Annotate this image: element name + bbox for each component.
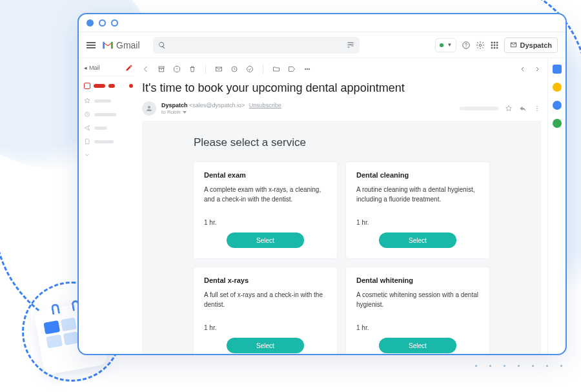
svg-rect-13 <box>159 68 164 72</box>
svg-point-20 <box>148 106 150 108</box>
service-card: Dental cleaning A routine cleaning with … <box>346 162 489 258</box>
sidebar-item-sent[interactable] <box>84 123 133 133</box>
menu-icon[interactable] <box>87 42 96 48</box>
header-right: ▼ Dyspatch <box>435 37 558 53</box>
gmail-logo[interactable]: Gmail <box>102 40 140 50</box>
more-msg-icon[interactable] <box>533 105 541 112</box>
status-dot-icon <box>440 43 443 47</box>
svg-point-18 <box>307 68 308 70</box>
window-control-close[interactable] <box>87 19 94 26</box>
service-duration: 1 hr. <box>356 324 479 331</box>
svg-point-8 <box>491 46 493 48</box>
service-desc: A routine cleaning with a dental hygieni… <box>356 185 479 210</box>
sidebar-item-snoozed[interactable] <box>84 109 133 119</box>
svg-point-21 <box>536 106 538 107</box>
svg-point-16 <box>247 67 253 72</box>
search-icon <box>158 41 166 49</box>
more-icon[interactable] <box>303 65 311 73</box>
tune-icon[interactable] <box>347 41 354 49</box>
email-subject: It's time to book your upcoming dental a… <box>142 81 541 95</box>
sender-row: Dyspatch <sales@dyspatch.io> Unsubscribe… <box>142 101 541 116</box>
settings-icon[interactable] <box>476 41 485 50</box>
unsubscribe-link[interactable]: Unsubscribe <box>249 102 281 108</box>
browser-window: Gmail ▼ Dyspatch ◂ Mail <box>77 13 567 355</box>
service-duration: 1 hr. <box>204 219 327 226</box>
support-icon[interactable] <box>462 41 471 50</box>
search-input[interactable] <box>153 37 360 54</box>
label-icon[interactable] <box>288 65 296 73</box>
select-button[interactable]: Select <box>227 232 304 248</box>
compose-icon[interactable] <box>125 64 133 72</box>
window-control-max[interactable] <box>111 19 118 26</box>
prev-msg-icon[interactable] <box>519 65 527 73</box>
recipient-expand-icon[interactable] <box>183 111 187 114</box>
star-icon <box>84 98 90 104</box>
reply-icon[interactable] <box>519 105 527 112</box>
apps-icon[interactable] <box>490 41 499 50</box>
svg-point-17 <box>305 68 306 70</box>
tasks-addon-icon[interactable] <box>553 101 562 110</box>
envelope-icon <box>510 41 517 48</box>
service-duration: 1 hr. <box>204 324 327 331</box>
add-task-icon[interactable] <box>246 65 254 73</box>
inbox-checkbox-icon <box>84 83 90 89</box>
service-title: Dental cleaning <box>356 171 479 179</box>
service-title: Dental x-rays <box>204 276 327 284</box>
dyspatch-addon-label: Dyspatch <box>520 41 552 49</box>
status-selector[interactable]: ▼ <box>435 38 457 52</box>
gmail-logo-text: Gmail <box>116 40 140 50</box>
service-desc: A complete exam with x-rays, a cleaning,… <box>204 185 327 210</box>
service-duration: 1 hr. <box>356 219 479 226</box>
svg-point-22 <box>536 108 538 109</box>
select-button[interactable]: Select <box>227 338 304 353</box>
sidebar-inbox-tab[interactable] <box>84 80 133 92</box>
service-title: Dental exam <box>204 171 327 179</box>
back-icon[interactable] <box>142 65 150 73</box>
svg-point-6 <box>494 44 495 45</box>
calendar-addon-icon[interactable] <box>553 65 562 74</box>
email-body: Please select a service Dental exam A co… <box>142 121 541 354</box>
message-pane: It's time to book your upcoming dental a… <box>138 58 547 354</box>
svg-point-3 <box>494 41 495 43</box>
window-control-min[interactable] <box>99 19 106 26</box>
sender-email: <sales@dyspatch.io> <box>189 102 245 108</box>
gmail-m-icon <box>102 41 114 50</box>
contacts-addon-icon[interactable] <box>553 119 562 128</box>
chevron-down-icon: ▼ <box>447 42 453 48</box>
service-desc: A cosmetic whitening session with a dent… <box>356 291 479 315</box>
sidebar-mail-header: ◂ Mail <box>84 62 133 76</box>
window-titlebar <box>79 14 566 32</box>
side-panel <box>547 58 566 354</box>
sidebar-mail-label: Mail <box>89 65 100 71</box>
svg-point-2 <box>491 41 493 43</box>
move-icon[interactable] <box>272 65 280 73</box>
sidebar-item-starred[interactable] <box>84 96 133 106</box>
next-msg-icon[interactable] <box>533 65 541 73</box>
sidebar-item-more[interactable] <box>84 150 133 160</box>
timestamp-placeholder <box>460 107 498 110</box>
keep-addon-icon[interactable] <box>553 83 562 92</box>
mark-unread-icon[interactable] <box>215 65 223 73</box>
svg-point-23 <box>536 110 538 112</box>
service-card: Dental exam A complete exam with x-rays,… <box>194 162 337 258</box>
service-card: Dental x-rays A full set of x-rays and a… <box>194 267 337 354</box>
sent-icon <box>84 125 90 131</box>
sidebar-item-drafts[interactable] <box>84 136 133 147</box>
delete-icon[interactable] <box>189 65 196 73</box>
archive-icon[interactable] <box>158 65 165 73</box>
spam-icon[interactable] <box>173 65 181 73</box>
sender-avatar[interactable] <box>142 101 156 116</box>
svg-point-9 <box>494 46 495 48</box>
select-button[interactable]: Select <box>379 338 456 353</box>
service-cards: Dental exam A complete exam with x-rays,… <box>194 162 489 354</box>
svg-point-5 <box>491 44 493 45</box>
snooze-icon[interactable] <box>230 65 238 73</box>
clock-icon <box>84 111 90 118</box>
svg-point-7 <box>496 44 498 45</box>
service-card: Dental whitening A cosmetic whitening se… <box>346 267 489 354</box>
dyspatch-addon-button[interactable]: Dyspatch <box>504 37 558 53</box>
sidebar: ◂ Mail <box>79 58 138 354</box>
star-message-icon[interactable] <box>505 105 513 112</box>
select-button[interactable]: Select <box>379 232 456 248</box>
service-title: Dental whitening <box>356 276 479 284</box>
